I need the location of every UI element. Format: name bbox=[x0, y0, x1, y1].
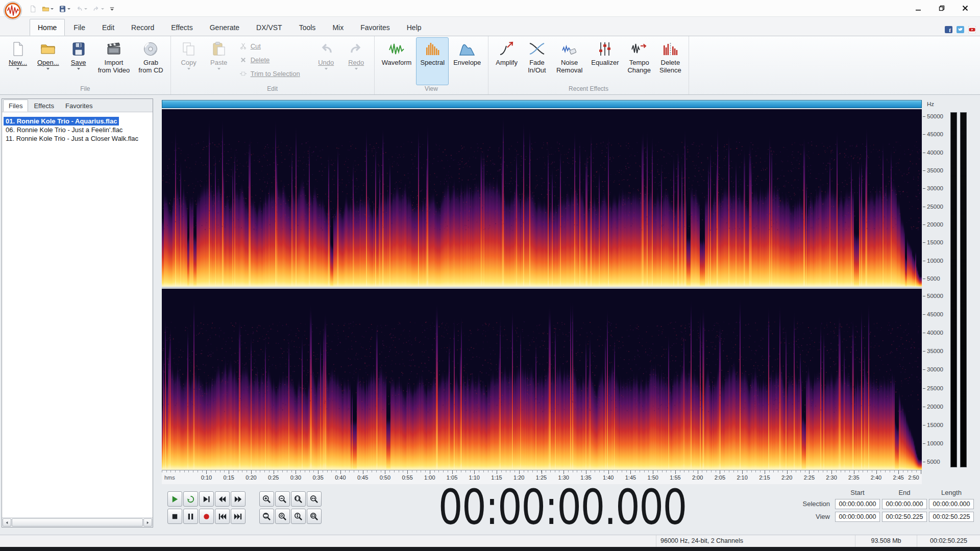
loop-button[interactable] bbox=[183, 491, 198, 507]
ribbon-button-envelope[interactable]: Envelope bbox=[449, 37, 485, 85]
ruler-time-label: 0:40 bbox=[333, 474, 348, 481]
ribbon-button-amplify[interactable]: Amplify bbox=[492, 37, 522, 85]
ribbon-button-equalizer[interactable]: Equalizer bbox=[587, 37, 623, 85]
ribbon-button-delete-silence[interactable]: DeleteSilence bbox=[655, 37, 685, 85]
import-video-icon bbox=[106, 39, 122, 59]
zoom-out-button[interactable] bbox=[275, 491, 290, 507]
save-icon bbox=[70, 39, 87, 59]
ribbon-tab-favorites[interactable]: Favorites bbox=[352, 19, 398, 36]
panel-tab-favorites[interactable]: Favorites bbox=[60, 99, 98, 112]
facebook-icon[interactable]: f bbox=[945, 26, 952, 33]
spectrogram-channel-2[interactable] bbox=[162, 289, 922, 470]
customize-quick-access-button[interactable] bbox=[108, 3, 116, 14]
ribbon-button-spectral[interactable]: Spectral bbox=[416, 37, 449, 85]
ruler-time-label: 2:15 bbox=[757, 474, 772, 481]
play-all-button[interactable] bbox=[199, 491, 214, 507]
redo-button bbox=[91, 3, 106, 14]
twitter-icon[interactable] bbox=[957, 26, 964, 33]
freq-label-ch2: 20000 bbox=[927, 404, 943, 410]
selection-end-field[interactable]: 00:00:00.000 bbox=[882, 499, 927, 509]
youtube-icon[interactable] bbox=[968, 26, 976, 33]
ruler-tick bbox=[630, 470, 631, 474]
ribbon-button-tempo-change[interactable]: TempoChange bbox=[623, 37, 655, 85]
minimize-icon bbox=[915, 5, 921, 11]
cut-icon bbox=[239, 42, 248, 50]
column-header-start: Start bbox=[835, 489, 880, 496]
open-folder-icon bbox=[40, 39, 56, 59]
rewind-button[interactable] bbox=[215, 491, 230, 507]
go-start-button[interactable] bbox=[215, 509, 230, 524]
zoom-full-button[interactable] bbox=[307, 491, 322, 507]
freq-tick bbox=[923, 333, 925, 333]
ribbon-button-noise-removal[interactable]: NoiseRemoval bbox=[552, 37, 586, 85]
freq-label-ch2: 10000 bbox=[927, 440, 943, 446]
ribbon-tab-file[interactable]: File bbox=[65, 19, 93, 36]
ribbon-button-new[interactable]: New... bbox=[3, 37, 33, 85]
ribbon-button-fade-in-out[interactable]: FadeIn/Out bbox=[522, 37, 552, 85]
ribbon-button-save[interactable]: Save bbox=[64, 37, 93, 85]
view-start-field[interactable]: 00:00:00.000 bbox=[835, 512, 880, 522]
spectrogram-channel-1[interactable] bbox=[162, 109, 922, 287]
social-links: f bbox=[945, 26, 976, 33]
ribbon-tab-effects[interactable]: Effects bbox=[163, 19, 201, 36]
view-length-field[interactable]: 00:02:50.225 bbox=[929, 512, 974, 522]
freq-label-ch1: 10000 bbox=[927, 258, 943, 264]
zoom-vert-fit-button[interactable] bbox=[307, 509, 322, 524]
record-button[interactable] bbox=[199, 509, 214, 524]
freq-tick bbox=[923, 314, 925, 315]
file-list-item[interactable]: 11. Ronnie Kole Trio - Just a Closer Wal… bbox=[4, 134, 140, 143]
close-button[interactable] bbox=[953, 0, 977, 16]
ribbon-button-open[interactable]: Open... bbox=[33, 37, 63, 85]
close-icon bbox=[962, 5, 968, 11]
file-list-item[interactable]: 06. Ronnie Kole Trio - Just a Feelin'.fl… bbox=[4, 126, 125, 134]
minimize-button[interactable] bbox=[906, 0, 930, 16]
zoom-in-button[interactable] bbox=[259, 491, 274, 507]
file-list-hscrollbar[interactable] bbox=[2, 517, 153, 527]
new-document-button[interactable] bbox=[28, 3, 38, 14]
zoom-vert-full-button[interactable] bbox=[291, 509, 306, 524]
ribbon-tab-home[interactable]: Home bbox=[30, 19, 65, 36]
open-button[interactable] bbox=[40, 3, 55, 14]
ribbon-tab-edit[interactable]: Edit bbox=[94, 19, 122, 36]
ribbon-button-waveform[interactable]: Waveform bbox=[378, 37, 416, 85]
freq-tick bbox=[923, 351, 925, 352]
status-spacer bbox=[0, 535, 656, 547]
spacer bbox=[247, 509, 259, 524]
ribbon-tab-mix[interactable]: Mix bbox=[324, 19, 352, 36]
maximize-button[interactable] bbox=[930, 0, 953, 16]
status-file-size: 93.508 Mb bbox=[855, 535, 917, 547]
panel-tab-files[interactable]: Files bbox=[3, 99, 28, 112]
panel-tab-effects[interactable]: Effects bbox=[28, 99, 60, 112]
fade-icon bbox=[529, 39, 545, 59]
pause-button[interactable] bbox=[183, 509, 198, 524]
ribbon-tab-tools[interactable]: Tools bbox=[291, 19, 324, 36]
ribbon-tab-help[interactable]: Help bbox=[399, 19, 430, 36]
ribbon-tabs: HomeFileEditRecordEffectsGenerateDX/VSTT… bbox=[30, 19, 430, 36]
stop-button[interactable] bbox=[167, 509, 182, 524]
ruler-time-label: 2:40 bbox=[869, 474, 884, 481]
zoom-vert-out-button[interactable] bbox=[275, 509, 290, 524]
view-end-field[interactable]: 00:02:50.225 bbox=[882, 512, 927, 522]
ribbon-tab-generate[interactable]: Generate bbox=[202, 19, 248, 36]
ruler-tick bbox=[340, 470, 341, 474]
overview-scrollbar[interactable] bbox=[162, 100, 922, 108]
zoom-vert-selection-button[interactable] bbox=[259, 509, 274, 524]
ruler-tick bbox=[385, 470, 385, 474]
spectral-icon bbox=[424, 39, 440, 59]
go-end-button[interactable] bbox=[231, 509, 246, 524]
ribbon-tab-record[interactable]: Record bbox=[123, 19, 162, 36]
save-button[interactable] bbox=[57, 3, 72, 14]
selection-start-field[interactable]: 00:00:00.000 bbox=[835, 499, 880, 509]
selection-length-field[interactable]: 00:00:00.000 bbox=[929, 499, 974, 509]
scroll-right-button[interactable] bbox=[143, 518, 152, 527]
play-button[interactable] bbox=[167, 491, 182, 507]
ribbon-button-grab-from-cd[interactable]: Grabfrom CD bbox=[134, 37, 167, 85]
trim-icon bbox=[239, 70, 248, 78]
zoom-selection-button[interactable] bbox=[291, 491, 306, 507]
scrollbar-thumb[interactable] bbox=[12, 518, 143, 527]
file-list-item[interactable]: 01. Ronnie Kole Trio - Aquarius.flac bbox=[4, 117, 119, 126]
scroll-left-button[interactable] bbox=[3, 518, 11, 527]
ribbon-button-import-from-video[interactable]: Importfrom Video bbox=[94, 37, 134, 85]
forward-button[interactable] bbox=[231, 491, 246, 507]
ribbon-tab-dx-vst[interactable]: DX/VST bbox=[248, 19, 290, 36]
